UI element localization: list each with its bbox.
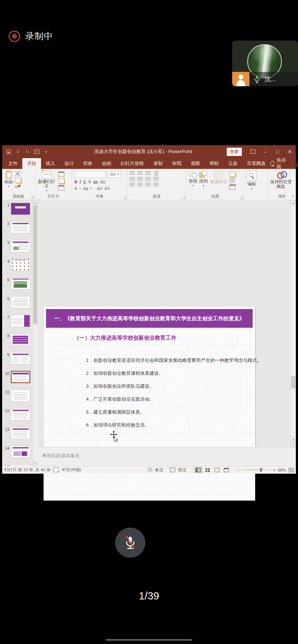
slideshow-view-button[interactable] (222, 467, 230, 473)
section-icon[interactable] (58, 185, 64, 190)
tab-录制[interactable]: 录制 (149, 158, 167, 169)
redo-icon[interactable]: ↻ (24, 149, 30, 155)
close-button[interactable]: ✕ (284, 145, 296, 158)
bold-button[interactable]: B (74, 179, 77, 185)
login-button[interactable]: 登录 (227, 148, 242, 156)
ribbon-display-options-icon[interactable]: ↑ (247, 145, 259, 158)
slide-thumbnail-13[interactable] (11, 427, 30, 439)
justify-icon[interactable] (153, 183, 159, 187)
slide-thumbnail-1[interactable] (11, 203, 30, 215)
comments-toggle[interactable]: 批注 (178, 467, 186, 473)
decrease-indent-icon[interactable] (130, 177, 135, 181)
tell-me[interactable]: 告诉我 (276, 157, 286, 170)
tab-开始[interactable]: 开始 (22, 158, 41, 169)
line-spacing-icon[interactable] (145, 171, 151, 175)
mic-muted-button[interactable] (115, 528, 145, 558)
notes-pane[interactable]: 单击此处添加备注 (38, 447, 296, 466)
strikethrough-button[interactable]: ab (93, 180, 98, 185)
save-icon[interactable] (6, 149, 12, 155)
minimize-button[interactable]: – (259, 145, 271, 158)
font-name-select[interactable] (74, 171, 106, 178)
thumb-scroll-up-icon[interactable]: ▲ (33, 200, 38, 205)
slide-body-text[interactable]: 1．创新创业教育是适应经济社会和国家发展战略需要而产生的一种教学理念与模式。2．… (86, 354, 250, 432)
tab-审阅[interactable]: 审阅 (167, 158, 186, 169)
shapes-button[interactable]: 形状▾ (189, 171, 197, 194)
numbering-icon[interactable] (137, 171, 143, 175)
save-to-baidu-button[interactable]: 保存到百度网盘 (270, 171, 292, 194)
slide-subtitle[interactable]: （一）大力推进高等学校创新创业教育工作 (74, 335, 176, 341)
thumbnail-scrollbar[interactable]: ▲ ▼ (32, 200, 38, 466)
tab-帮助[interactable]: 帮助 (205, 158, 224, 169)
bullets-icon[interactable] (130, 171, 135, 175)
tab-动画[interactable]: 动画 (97, 158, 116, 169)
recording-indicator[interactable]: 录制中 (9, 30, 53, 42)
align-left-icon[interactable] (130, 183, 135, 187)
align-text-icon[interactable] (153, 177, 159, 181)
spellcheck-icon[interactable] (53, 468, 59, 472)
tab-设计[interactable]: 设计 (60, 158, 78, 169)
shrink-font-button[interactable]: A˅ (104, 186, 110, 191)
fit-to-window-icon[interactable] (289, 468, 294, 472)
drawing-dialog-launcher[interactable] (240, 196, 243, 199)
previous-slide-icon[interactable]: ▲ (291, 437, 296, 442)
clipboard-dialog-launcher[interactable] (31, 196, 34, 199)
editor-scroll-up-icon[interactable]: ▲ (291, 200, 296, 205)
font-dialog-launcher[interactable] (123, 196, 126, 199)
increase-indent-icon[interactable] (137, 177, 143, 181)
slide-thumbnail-8[interactable] (11, 334, 30, 346)
cut-icon[interactable] (15, 171, 21, 176)
slide-thumbnail-4[interactable] (11, 259, 30, 271)
slide-sorter-view-button[interactable] (204, 467, 212, 473)
char-spacing-button[interactable]: AV (100, 180, 105, 185)
slide-thumbnail-3[interactable] (11, 240, 30, 252)
slide-thumbnail-11[interactable] (11, 390, 30, 402)
reset-slide-icon[interactable] (58, 178, 64, 184)
start-from-beginning-icon[interactable]: ▸ (34, 149, 40, 155)
slide-thumbnail-14[interactable] (11, 446, 30, 458)
next-slide-icon[interactable]: ▼ (291, 442, 296, 447)
zoom-out-button[interactable]: − (237, 468, 239, 472)
slide-thumbnail-9[interactable] (11, 352, 30, 364)
slide-thumbnail-12[interactable] (11, 408, 30, 420)
participant-video-tile[interactable]: 沈... (232, 41, 298, 86)
edit-button[interactable]: 编辑▾ (247, 171, 257, 194)
undo-icon[interactable]: ↺ (15, 149, 21, 155)
quick-styles-button[interactable]: 快速样式 (209, 171, 227, 194)
slide-thumbnail-5[interactable] (11, 277, 30, 290)
font-color-button[interactable]: A (74, 186, 77, 191)
paste-button[interactable]: 粘贴▾ (4, 171, 13, 194)
zoom-level[interactable]: 68% (278, 468, 286, 472)
shape-fill-icon[interactable] (229, 171, 236, 177)
customize-qat-icon[interactable]: ▾ (43, 149, 49, 155)
paragraph-dialog-launcher[interactable] (182, 196, 185, 199)
format-painter-icon[interactable] (14, 184, 21, 188)
slide-thumbnail-2[interactable] (11, 221, 30, 234)
language-status[interactable]: 中文(中国) (62, 467, 81, 473)
maximize-button[interactable]: □ (271, 145, 284, 158)
grow-font-button[interactable]: A˄ (97, 186, 102, 191)
text-direction-icon[interactable] (154, 171, 158, 176)
normal-view-button[interactable] (194, 467, 202, 473)
tab-文件[interactable]: 文件 (4, 158, 22, 169)
underline-button[interactable]: U (83, 179, 86, 185)
shape-effects-icon[interactable] (229, 184, 236, 190)
new-slide-button[interactable]: 新建幻灯片▾ (37, 171, 56, 194)
zoom-slider[interactable] (241, 470, 270, 470)
tab-云盘[interactable]: 云盘 (224, 158, 242, 169)
notes-toggle[interactable]: 备注 (155, 467, 163, 473)
home-indicator[interactable] (106, 639, 192, 641)
slide-title-banner[interactable]: 一、《教育部关于大力推进高等学校创新创业教育和大学生自主创业工作的意见》 (46, 309, 253, 328)
align-right-icon[interactable] (145, 183, 151, 187)
align-center-icon[interactable] (137, 183, 143, 187)
editor-scrollbar[interactable]: ▲ ▲ ▼ (290, 200, 296, 447)
collapse-ribbon-icon[interactable]: ˄ (292, 194, 294, 198)
add-columns-icon[interactable] (145, 177, 151, 181)
slide-layout-icon[interactable] (58, 171, 64, 177)
slide-number-status[interactable]: 幻灯片 第 10 张, 共 41 张 (4, 467, 50, 473)
tab-幻灯片放映[interactable]: 幻灯片放映 (116, 158, 149, 169)
copy-icon[interactable] (15, 178, 21, 183)
tab-视图[interactable]: 视图 (186, 158, 205, 169)
slide-thumbnail-10[interactable] (11, 371, 30, 383)
arrange-button[interactable]: 排列▾ (199, 171, 208, 194)
slide-thumbnail-6[interactable] (11, 296, 30, 308)
